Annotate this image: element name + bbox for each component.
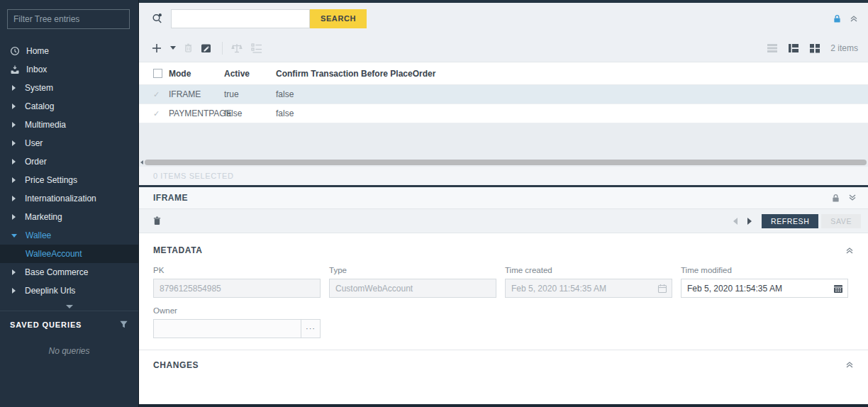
sidebar-item-multimedia[interactable]: Multimedia [0, 116, 138, 134]
metadata-section-title: METADATA [153, 245, 202, 255]
select-all-checkbox[interactable] [153, 69, 162, 78]
inbox-icon [10, 65, 20, 74]
pk-input [153, 279, 321, 298]
lock-icon[interactable] [833, 14, 841, 23]
selection-status-bar: 0 ITEMS SELECTED [139, 167, 868, 185]
delete-item-icon[interactable] [153, 216, 161, 225]
editor-toolbar: REFRESH SAVE [139, 209, 868, 233]
cell-mode: PAYMENTPAGE [169, 108, 224, 118]
sidebar-item-label: Inbox [26, 65, 47, 74]
sidebar-item-label: Price Settings [25, 175, 77, 185]
funnel-icon[interactable] [119, 320, 128, 329]
search-input[interactable] [171, 9, 310, 28]
scrollbar-thumb[interactable] [145, 160, 867, 165]
sidebar-item-user[interactable]: User [0, 134, 138, 152]
saved-queries-title: SAVED QUERIES [10, 320, 82, 329]
main-area: SEARCH [139, 0, 868, 407]
chevron-right-icon [12, 196, 16, 201]
field-label-type: Type [329, 266, 496, 274]
changes-section-title: CHANGES [153, 360, 199, 370]
delete-icon[interactable] [184, 43, 192, 52]
collapse-changes-icon[interactable] [845, 360, 854, 369]
add-item-icon[interactable] [152, 43, 162, 53]
chevron-right-icon [12, 288, 16, 294]
grid-empty-space [139, 123, 868, 157]
table-row[interactable]: ✓ PAYMENTPAGE false false [139, 104, 868, 123]
tree-view-icon[interactable] [788, 43, 799, 53]
refresh-button[interactable]: REFRESH [762, 214, 818, 228]
sidebar-item-system[interactable]: System [0, 79, 138, 97]
explorer-tree: Home Inbox System Catalog Multimedia [0, 35, 138, 300]
field-label-time-created: Time created [505, 266, 672, 274]
sidebar-item-price-settings[interactable]: Price Settings [0, 171, 138, 189]
sidebar-item-walleeaccount[interactable]: WalleeAccount [0, 245, 138, 263]
collapse-metadata-icon[interactable] [845, 246, 854, 255]
cell-mode: IFRAME [169, 89, 224, 99]
chevron-right-icon [12, 269, 16, 275]
sidebar-item-wallee[interactable]: Wallee [0, 226, 138, 245]
grid-header-row: Mode Active Confirm Transaction Before P… [139, 62, 868, 85]
sidebar-item-base-commerce[interactable]: Base Commerce [0, 263, 138, 281]
column-header-confirm[interactable]: Confirm Transaction Before PlaceOrder [276, 69, 868, 79]
compare-icon[interactable] [231, 43, 243, 54]
advanced-search-icon[interactable] [152, 13, 163, 24]
save-search-icon[interactable] [201, 43, 212, 54]
sidebar-item-label: User [25, 138, 43, 148]
saved-queries-panel: SAVED QUERIES No queries [0, 311, 138, 364]
tree-collapse-handle[interactable] [0, 300, 138, 311]
search-button[interactable]: SEARCH [310, 9, 367, 28]
sidebar-item-marketing[interactable]: Marketing [0, 208, 138, 226]
horizontal-scrollbar [139, 157, 868, 167]
sidebar-item-home[interactable]: Home [0, 42, 138, 60]
column-config-icon[interactable] [251, 43, 262, 54]
field-label-pk: PK [153, 266, 321, 274]
sidebar-item-internationalization[interactable]: Internationalization [0, 189, 138, 208]
sidebar-item-deeplink-urls[interactable]: Deeplink Urls [0, 281, 138, 300]
sidebar-item-label: Order [25, 157, 47, 167]
chevron-right-icon [12, 159, 16, 165]
sidebar-item-catalog[interactable]: Catalog [0, 97, 138, 116]
owner-input[interactable] [153, 319, 301, 338]
lock-icon[interactable] [832, 194, 840, 203]
add-item-dropdown-icon[interactable] [170, 46, 176, 50]
changes-section: CHANGES [139, 350, 868, 404]
sidebar-item-label: System [25, 83, 53, 93]
column-header-active[interactable]: Active [224, 69, 276, 79]
collapse-panel-icon[interactable] [850, 14, 858, 23]
bottom-strip [139, 404, 868, 407]
editor-title: IFRAME [153, 193, 188, 203]
owner-browse-button[interactable]: ··· [301, 319, 321, 338]
home-icon [10, 46, 20, 56]
selection-status: 0 ITEMS SELECTED [153, 172, 234, 180]
sidebar-item-order[interactable]: Order [0, 152, 138, 171]
field-pk: PK [153, 266, 321, 298]
sidebar-item-label: Multimedia [25, 120, 66, 130]
filter-tree-input[interactable] [7, 9, 130, 29]
list-view-icon[interactable] [767, 43, 778, 53]
previous-item-icon[interactable] [733, 218, 738, 225]
next-item-icon[interactable] [747, 218, 752, 225]
column-header-mode[interactable]: Mode [169, 69, 224, 79]
table-row[interactable]: ✓ IFRAME true false [139, 85, 868, 104]
save-button[interactable]: SAVE [821, 214, 861, 228]
field-time-modified: Time modified [681, 266, 848, 298]
chevron-down-icon [66, 305, 73, 308]
time-modified-input[interactable] [681, 279, 848, 298]
cell-confirm: false [276, 89, 868, 99]
saved-queries-empty-text: No queries [10, 346, 128, 356]
collapse-editor-icon[interactable] [848, 194, 857, 202]
sidebar-item-label: Home [26, 46, 49, 56]
editor-header: IFRAME [139, 187, 868, 209]
field-time-created: Time created [505, 266, 672, 298]
scroll-left-icon[interactable] [140, 160, 143, 165]
chevron-right-icon [12, 122, 16, 128]
sidebar-item-label: Internationalization [25, 194, 96, 203]
sidebar-item-inbox[interactable]: Inbox [0, 60, 138, 79]
row-check-icon[interactable]: ✓ [153, 90, 160, 99]
field-type: Type [329, 266, 496, 298]
editor-content: METADATA PK Type [139, 233, 868, 350]
calendar-icon[interactable] [833, 284, 843, 294]
grid-view-icon[interactable] [809, 43, 820, 53]
chevron-right-icon [12, 85, 16, 91]
row-check-icon[interactable]: ✓ [153, 109, 160, 118]
